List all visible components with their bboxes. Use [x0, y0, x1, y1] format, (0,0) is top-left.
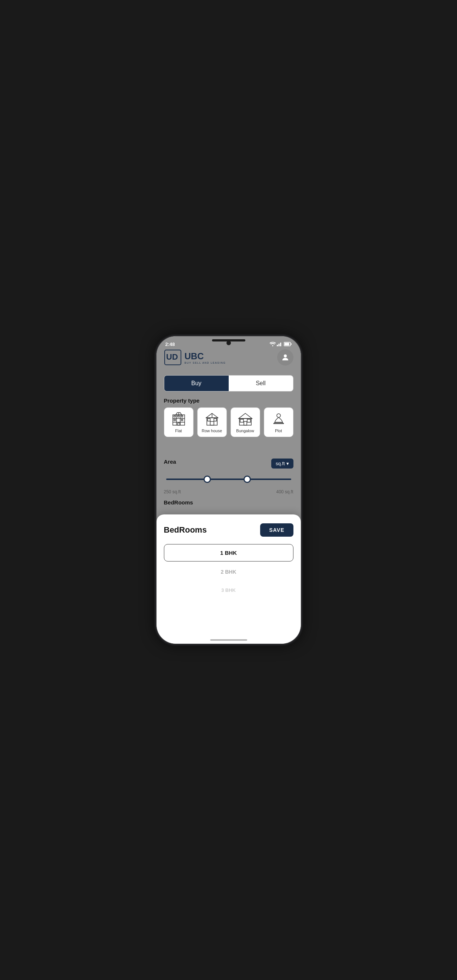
property-bungalow[interactable]: Bungalow — [230, 407, 260, 437]
home-indicator[interactable] — [210, 639, 247, 641]
logo-icon: UD — [164, 349, 182, 366]
avatar-button[interactable] — [277, 349, 294, 366]
svg-rect-33 — [247, 419, 251, 422]
svg-text:UD: UD — [166, 352, 178, 361]
save-button[interactable]: SAVE — [260, 523, 293, 537]
bhk-option-1[interactable]: 1 BHK — [164, 544, 294, 562]
status-icons — [270, 342, 292, 346]
area-unit-label: sq.ft — [276, 461, 285, 466]
area-title: Area — [164, 458, 176, 465]
flat-label: Flat — [175, 428, 182, 433]
svg-rect-18 — [181, 419, 183, 421]
svg-rect-5 — [291, 343, 292, 345]
svg-rect-31 — [244, 422, 247, 425]
rowhouse-icon — [205, 412, 219, 426]
property-plot[interactable]: Plot — [264, 407, 294, 437]
rowhouse-label: Row house — [202, 428, 222, 433]
person-icon — [281, 353, 290, 362]
area-unit-button[interactable]: sq.ft ▾ — [271, 458, 294, 469]
tab-sell[interactable]: Sell — [228, 375, 293, 391]
svg-rect-26 — [214, 418, 216, 421]
property-type-list: Flat Row house — [164, 407, 294, 437]
slider-track — [166, 479, 291, 480]
bhk-options-list: 1 BHK 2 BHK 3 BHK — [164, 544, 294, 598]
svg-rect-15 — [178, 415, 179, 417]
svg-marker-29 — [239, 413, 252, 418]
svg-rect-19 — [178, 423, 180, 425]
area-header: Area sq.ft ▾ — [164, 458, 294, 469]
battery-icon — [284, 342, 292, 346]
logo-tagline: BUY SELL AND LEASING — [185, 361, 226, 364]
tab-buy[interactable]: Buy — [164, 375, 228, 391]
logo-ubc: UBC — [185, 351, 226, 361]
svg-rect-4 — [284, 343, 289, 345]
bedrooms-section-bg: BedRooms — [164, 499, 193, 506]
svg-rect-16 — [181, 415, 183, 417]
svg-rect-2 — [280, 343, 281, 346]
wifi-icon — [270, 342, 276, 346]
svg-rect-1 — [278, 344, 279, 346]
svg-point-35 — [277, 414, 281, 417]
slider-thumb-right[interactable] — [243, 476, 251, 483]
property-rowhouse[interactable]: Row house — [197, 407, 227, 437]
property-flat[interactable]: Flat — [164, 407, 194, 437]
phone-frame: 2:48 — [157, 336, 301, 644]
svg-rect-25 — [208, 418, 210, 421]
bungalow-label: Bungalow — [236, 428, 254, 433]
time-display: 2:48 — [165, 342, 175, 347]
tab-row: Buy Sell — [164, 375, 294, 391]
signal-icon — [277, 342, 283, 346]
slider-thumb-left[interactable] — [203, 476, 211, 483]
app-header: UD UBC BUY SELL AND LEASING — [157, 349, 301, 366]
area-range: 250 sq.ft 400 sq.ft — [164, 489, 294, 495]
property-type-section: Property type — [164, 398, 294, 437]
flat-icon — [171, 412, 186, 426]
slider-container — [164, 474, 294, 485]
area-section: Area sq.ft ▾ 250 sq.ft 400 sq.ft — [164, 458, 294, 495]
bhk-option-2[interactable]: 2 BHK — [164, 564, 294, 580]
bottom-sheet: BedRooms SAVE 1 BHK 2 BHK 3 BHK — [157, 514, 301, 644]
plot-label: Plot — [275, 428, 282, 433]
svg-rect-24 — [210, 422, 214, 425]
dropdown-icon: ▾ — [286, 461, 289, 466]
area-min: 250 sq.ft — [164, 489, 181, 495]
bedrooms-title-bg: BedRooms — [164, 499, 193, 506]
app-screen: 2:48 — [157, 336, 301, 644]
svg-point-8 — [284, 355, 287, 357]
logo-text: UBC BUY SELL AND LEASING — [185, 351, 226, 364]
area-max: 400 sq.ft — [276, 489, 293, 495]
sheet-header: BedRooms SAVE — [164, 523, 294, 537]
svg-rect-0 — [277, 345, 278, 346]
logo-area: UD UBC BUY SELL AND LEASING — [164, 349, 226, 366]
plot-icon — [271, 412, 286, 426]
camera — [227, 341, 231, 345]
svg-rect-17 — [174, 419, 175, 421]
svg-rect-32 — [240, 419, 243, 422]
bungalow-icon — [238, 412, 253, 426]
property-type-title: Property type — [164, 398, 294, 404]
sheet-title: BedRooms — [164, 525, 207, 535]
svg-rect-14 — [174, 415, 175, 417]
bhk-option-3[interactable]: 3 BHK — [164, 582, 294, 598]
